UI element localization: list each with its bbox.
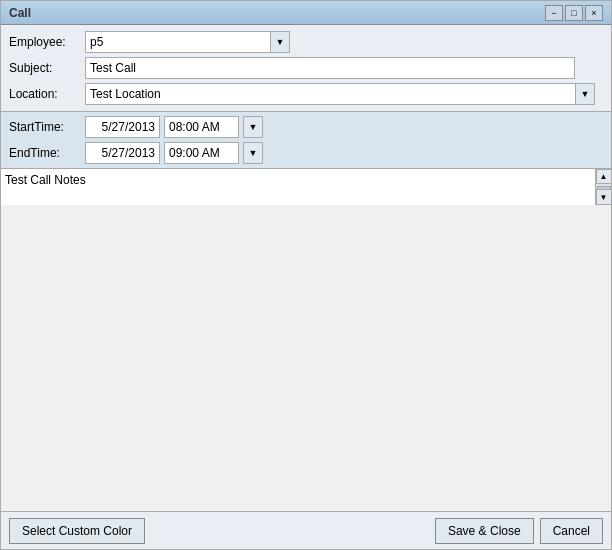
cancel-button[interactable]: Cancel	[540, 518, 603, 544]
start-time-label: StartTime:	[9, 120, 81, 134]
start-time-input[interactable]	[164, 116, 239, 138]
end-time-row: EndTime: ▼	[9, 142, 603, 164]
employee-input[interactable]	[85, 31, 270, 53]
start-time-dropdown-button[interactable]: ▼	[243, 116, 263, 138]
end-time-dropdown-button[interactable]: ▼	[243, 142, 263, 164]
window-controls: − □ ×	[545, 5, 603, 21]
location-input[interactable]	[85, 83, 575, 105]
notes-textarea[interactable]: Test Call Notes	[1, 169, 611, 205]
location-dropdown-button[interactable]: ▼	[575, 83, 595, 105]
save-close-button[interactable]: Save & Close	[435, 518, 534, 544]
employee-select-wrapper: ▼	[85, 31, 290, 53]
notes-wrapper: Test Call Notes ▲ ▼	[1, 169, 611, 511]
notes-area: Test Call Notes ▲ ▼	[1, 169, 611, 205]
location-row: Location: ▼	[9, 83, 603, 105]
call-window: Call − □ × Employee: ▼ Subject: Location…	[0, 0, 612, 550]
scroll-down-arrow[interactable]: ▼	[596, 189, 612, 205]
scrollbar-right[interactable]: ▲ ▼	[595, 169, 611, 205]
form-area: Employee: ▼ Subject: Location: ▼	[1, 25, 611, 112]
window-title: Call	[9, 6, 31, 20]
end-time-label: EndTime:	[9, 146, 81, 160]
start-time-row: StartTime: ▼	[9, 116, 603, 138]
minimize-button[interactable]: −	[545, 5, 563, 21]
end-date-input[interactable]	[85, 142, 160, 164]
employee-label: Employee:	[9, 35, 81, 49]
employee-dropdown-button[interactable]: ▼	[270, 31, 290, 53]
maximize-button[interactable]: □	[565, 5, 583, 21]
bottom-left: Select Custom Color	[9, 518, 145, 544]
subject-row: Subject:	[9, 57, 603, 79]
close-button[interactable]: ×	[585, 5, 603, 21]
bottom-bar: Select Custom Color Save & Close Cancel	[1, 511, 611, 549]
location-wrapper: ▼	[85, 83, 603, 105]
subject-input[interactable]	[85, 57, 575, 79]
select-custom-color-button[interactable]: Select Custom Color	[9, 518, 145, 544]
bottom-right: Save & Close Cancel	[435, 518, 603, 544]
location-label: Location:	[9, 87, 81, 101]
employee-row: Employee: ▼	[9, 31, 603, 53]
title-bar: Call − □ ×	[1, 1, 611, 25]
start-date-input[interactable]	[85, 116, 160, 138]
subject-label: Subject:	[9, 61, 81, 75]
time-area: StartTime: ▼ EndTime: ▼	[1, 112, 611, 169]
scroll-up-arrow[interactable]: ▲	[596, 169, 612, 184]
end-time-input[interactable]	[164, 142, 239, 164]
